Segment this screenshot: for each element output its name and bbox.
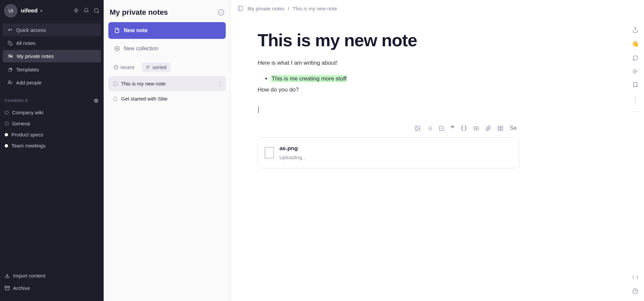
label: Templates <box>16 67 39 72</box>
label: Archive <box>13 285 30 291</box>
bullet-list[interactable]: This is me creating more stuff <box>271 74 519 84</box>
divider <box>631 111 639 112</box>
archive[interactable]: Archive <box>0 282 104 294</box>
help-icon[interactable] <box>632 288 638 294</box>
new-note-button[interactable]: New note <box>108 22 226 39</box>
info-icon[interactable] <box>218 9 224 16</box>
channel-dot-icon <box>5 144 8 147</box>
sort-row: recent sorted <box>108 56 226 76</box>
more-icon[interactable]: ⋮ <box>632 95 638 103</box>
document-body[interactable]: Here is what I am writing about! This is… <box>258 58 519 168</box>
list-icon[interactable] <box>427 125 433 131</box>
svg-point-3 <box>8 81 10 82</box>
paragraph-icon[interactable] <box>632 68 638 74</box>
sa-format-icon[interactable]: Sa <box>509 123 517 133</box>
attachment-status: Uploading... <box>279 153 306 162</box>
right-rail: 👋 ⋮ <box>627 0 644 301</box>
sa-badge: Sa <box>7 54 13 58</box>
header-icons <box>73 8 100 14</box>
attachment-icon[interactable] <box>485 125 491 131</box>
attachment-info: ae.png Uploading... <box>279 144 306 162</box>
comment-icon[interactable] <box>632 55 638 61</box>
editor-content[interactable]: This is my new note Here is what I am wr… <box>237 17 539 182</box>
sort-sorted[interactable]: sorted <box>142 62 171 72</box>
channel-general[interactable]: General <box>0 118 104 129</box>
table-icon[interactable] <box>497 125 503 131</box>
wave-icon[interactable]: 👋 <box>632 40 639 48</box>
sidebar-toggle-icon[interactable] <box>237 5 244 11</box>
bell-icon[interactable] <box>84 8 89 14</box>
user-plus-icon <box>7 80 13 85</box>
new-collection-button[interactable]: New collection <box>108 41 226 56</box>
nav-add-people[interactable]: Add people <box>3 76 101 89</box>
nav-primary: ↩ Quick access All notes Sa My private n… <box>0 21 104 91</box>
keyboard-icon[interactable] <box>632 275 638 281</box>
code-icon[interactable]: {} <box>461 123 467 133</box>
new-note-icon <box>114 28 120 33</box>
svg-marker-29 <box>476 127 477 129</box>
breadcrumb-current: This is my new note <box>292 6 337 11</box>
clock-icon <box>114 65 118 70</box>
intro-line[interactable]: Here is what I am writing about! <box>258 58 519 68</box>
nav-quick-access[interactable]: ↩ Quick access <box>3 23 101 36</box>
note-item[interactable]: Get started with Slite <box>108 91 226 106</box>
label: Add people <box>16 80 42 85</box>
label: New collection <box>124 46 158 52</box>
note-item[interactable]: This is my new note ⋮ <box>108 76 226 91</box>
svg-rect-2 <box>9 43 12 45</box>
channels-header: CHANNELS ⊕ <box>0 91 104 107</box>
channel-product-specs[interactable]: Product specs <box>0 129 104 140</box>
more-icon[interactable]: ⋮ <box>217 81 222 87</box>
insert-line[interactable]: ❞ {} Sa <box>258 105 519 134</box>
avatar[interactable]: Ui <box>4 4 17 17</box>
quote-icon[interactable]: ❞ <box>451 123 454 134</box>
text-cursor <box>258 106 259 113</box>
editor: My private notes / This is my new note T… <box>231 0 644 301</box>
image-icon[interactable] <box>415 125 421 131</box>
attachment-card[interactable]: ae.png Uploading... <box>258 137 519 168</box>
channel-team-meetings[interactable]: Team meetings <box>0 140 104 151</box>
copy-icon <box>7 41 13 46</box>
search-icon[interactable] <box>94 8 100 14</box>
note-title: This is my new note <box>121 81 166 86</box>
channels-list: Company wiki General Product specs Team … <box>0 107 104 151</box>
doc-icon <box>113 81 118 86</box>
label: Company wiki <box>12 110 43 115</box>
sort-icon <box>146 65 151 70</box>
breadcrumb-parent[interactable]: My private notes <box>248 6 284 11</box>
workspace-name: uifeed <box>21 7 38 14</box>
svg-line-1 <box>98 12 99 13</box>
nav-private-notes[interactable]: Sa My private notes <box>3 50 101 62</box>
sort-recent[interactable]: recent <box>110 62 139 72</box>
video-icon[interactable] <box>473 125 479 131</box>
import-content[interactable]: Import content <box>0 269 104 282</box>
body-line[interactable]: How do you do? <box>258 85 519 95</box>
plus-circle-icon[interactable]: ⊕ <box>94 97 99 104</box>
bookmark-icon[interactable] <box>632 82 638 88</box>
file-icon <box>265 147 274 159</box>
chevron-down-icon: ▼ <box>40 9 43 13</box>
bullet-item[interactable]: This is me creating more stuff <box>271 74 519 84</box>
workspace-switcher[interactable]: uifeed ▼ <box>21 7 70 14</box>
label: Product specs <box>11 132 43 137</box>
channel-company-wiki[interactable]: Company wiki <box>0 107 104 118</box>
notes-panel: My private notes New note New collection… <box>104 0 231 301</box>
bolt-icon[interactable] <box>73 8 79 14</box>
reply-icon: ↩ <box>7 27 13 33</box>
note-title: Get started with Slite <box>121 96 167 102</box>
document-title[interactable]: This is my new note <box>258 30 519 50</box>
label: New note <box>124 27 148 34</box>
nav-all-notes[interactable]: All notes <box>3 37 101 49</box>
panel-title-row: My private notes <box>108 5 226 22</box>
panel-title: My private notes <box>110 8 168 17</box>
highlighted-text: This is me creating more stuff <box>271 75 347 82</box>
nav-templates[interactable]: ◔ Templates <box>3 63 101 76</box>
circle-icon: ◔ <box>7 66 13 72</box>
breadcrumb-sep: / <box>288 6 289 11</box>
checkbox-icon[interactable] <box>439 125 445 131</box>
right-rail-bottom <box>632 275 638 294</box>
download-icon <box>5 273 10 278</box>
share-icon[interactable] <box>632 27 638 33</box>
editor-topbar: My private notes / This is my new note <box>231 0 644 17</box>
svg-rect-18 <box>238 6 243 11</box>
